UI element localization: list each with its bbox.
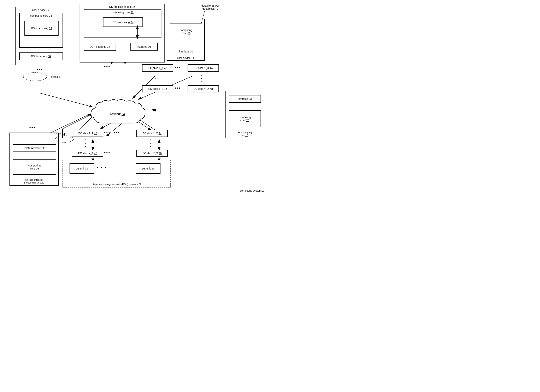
computing-core-26-dsm18: computingcore 26 bbox=[229, 110, 261, 127]
slices-11-oval bbox=[23, 72, 47, 81]
dots-ec-top-v2: ••• bbox=[201, 74, 202, 84]
ec-slice-11-42-bottom-label: EC slice 1_1 42 bbox=[78, 132, 97, 135]
storage-integrity-label: storage integrityprocessing unit 20 bbox=[10, 179, 58, 184]
computing-system-10-label: computing system10 bbox=[240, 189, 264, 192]
ec-slice-yx-48-top-label: EC slice Y_X 48 bbox=[194, 87, 213, 90]
dots-ec-bot-v2: ••• bbox=[150, 138, 151, 149]
ds-processing-label-ud12: DS processing 34 bbox=[31, 27, 52, 30]
computing-core-26-dsp16: computing core 26 DS processing 34 bbox=[84, 10, 161, 38]
dsn-interface-32-ud12: DSN interface 32 bbox=[19, 52, 63, 60]
ec-slice-11-42-top: EC slice 1_1 42 bbox=[142, 65, 173, 72]
interface-30-dsp16: interface 30 bbox=[130, 43, 158, 50]
dots-ec-top-h: ••• bbox=[175, 65, 181, 69]
ec-slice-yx-48-bottom-label: EC slice Y_X 48 bbox=[142, 152, 162, 155]
dsn-interface-32-dsp16: DSN interface 32 bbox=[84, 43, 116, 50]
ds-processing-34-ud12: DS processing 34 bbox=[25, 21, 59, 36]
user-device-14-label: user device 14 bbox=[167, 56, 204, 60]
interface-30-label-dsp16: interface 30 bbox=[137, 45, 151, 48]
ds-processing-unit-16-box: DS processing unit 16 computing core 26 … bbox=[80, 4, 165, 63]
ec-slice-y1-46-bottom: EC slice Y_1 46 bbox=[72, 150, 103, 157]
interface-30-ud14: interface 30 bbox=[170, 48, 202, 55]
ec-slice-1x-44-bottom: EC slice 1_X 44 bbox=[136, 130, 168, 137]
storage-integrity-unit-20-box: DSN interface 32 computingcore 26 storag… bbox=[10, 133, 59, 186]
dots-ud12-below: ••• bbox=[37, 67, 43, 72]
computing-core-label-dsm18: computingcore 26 bbox=[239, 116, 251, 122]
dsn-interface-label-sip20: DSN interface 32 bbox=[25, 147, 45, 150]
svg-point-41 bbox=[55, 136, 74, 142]
interface-30-label-ud14: interface 30 bbox=[179, 50, 193, 53]
svg-line-37 bbox=[201, 11, 205, 25]
svg-text:network 24: network 24 bbox=[110, 113, 125, 116]
slices-11-label: slices 11 bbox=[51, 75, 61, 78]
ec-slice-yx-48-top: EC slice Y_X 48 bbox=[188, 85, 219, 92]
ec-slice-1x-44-bottom-label: EC slice 1_X 44 bbox=[143, 132, 162, 135]
ds-unit-36a: DS unit 36 bbox=[70, 163, 94, 174]
slices-45-oval bbox=[55, 135, 74, 143]
ds-unit-36b-label: DS unit 36 bbox=[142, 167, 154, 170]
dots-ec-bot-v1: ••• bbox=[85, 138, 86, 149]
data-file-line bbox=[190, 11, 208, 26]
network-cloud: network 24 bbox=[87, 99, 148, 129]
computing-core-26-ud12: computing core 26 DS processing 34 bbox=[19, 13, 63, 48]
dots-ec-bot-left-h: ••• bbox=[104, 131, 110, 135]
ec-slice-11-42-top-label: EC slice 1_1 42 bbox=[148, 66, 167, 69]
interface-33-label: interface 33 bbox=[238, 97, 252, 100]
computing-core-label-sip20: computingcore 26 bbox=[28, 164, 41, 170]
dots-ec-top-v1: ••• bbox=[155, 74, 156, 84]
ec-slice-y1-46-top: EC slice Y_1 46 bbox=[142, 85, 173, 92]
computing-core-26-sip20: computingcore 26 bbox=[13, 159, 56, 175]
ec-slice-yx-48-bottom: EC slice Y_X 48 bbox=[136, 150, 168, 157]
computing-core-label-ud14: computingcore 26 bbox=[180, 29, 192, 35]
dots-ec-y-h: ••• bbox=[175, 86, 181, 90]
ec-slice-y1-46-bottom-label: EC slice Y_1 46 bbox=[78, 152, 97, 155]
dsm18-to-network-arrow bbox=[152, 108, 226, 112]
computing-core-label-dsp16: computing core 26 bbox=[84, 11, 161, 14]
dots-ec-bot-right-h: ••• bbox=[104, 151, 110, 155]
ec-slice-1x-44-top: EC slice 1_X 44 bbox=[188, 65, 219, 72]
dsn-memory-22-label: dispersed storage network (DSN) memory 2… bbox=[63, 183, 170, 186]
ec-slice-y1-46-top-label: EC slice Y_1 46 bbox=[148, 87, 167, 90]
interface-33-dsm18: interface 33 bbox=[229, 95, 261, 103]
user-device-12-box: user device 12 computing core 26 DS proc… bbox=[15, 7, 66, 65]
diagram: user device 12 computing core 26 DS proc… bbox=[0, 0, 270, 196]
dsn-interface-label-ud12: DSN interface 32 bbox=[31, 55, 51, 58]
dots-below-network: ••• bbox=[114, 130, 120, 135]
ds-managing-unit-18-box: interface 33 computingcore 26 DS managin… bbox=[225, 91, 263, 138]
ds-managing-unit-18-label: DS managingunit 18 bbox=[226, 131, 263, 137]
dsn-memory-22-box: dispersed storage network (DSN) memory 2… bbox=[63, 160, 170, 188]
ec-slice-11-42-bottom: EC slice 1_1 42 bbox=[72, 130, 103, 137]
ec-slice-1x-44-top-label: EC slice 1_X 44 bbox=[194, 66, 213, 69]
data-file-label: data file 38&/ordata block 40 bbox=[193, 4, 227, 10]
dots-dsn-memory: • • • bbox=[97, 166, 107, 170]
ds-unit-36b: DS unit 36 bbox=[136, 163, 160, 174]
dsn-interface-32-sip20: DSN interface 32 bbox=[13, 144, 56, 152]
dots-dsp16-below: ••• bbox=[104, 65, 110, 69]
ds-unit-36a-label: DS unit 36 bbox=[76, 167, 88, 170]
dots-sip20-above: ••• bbox=[29, 125, 36, 130]
ds-processing-unit-16-label: DS processing unit 16 bbox=[80, 5, 165, 8]
ds-processing-label-dsp16: DS processing 34 bbox=[113, 21, 134, 24]
interface-arrow-up bbox=[135, 25, 139, 40]
svg-point-36 bbox=[23, 73, 47, 81]
user-device-12-label: user device 12 bbox=[15, 9, 66, 12]
svg-line-12 bbox=[39, 93, 93, 107]
computing-core-label-ud12: computing core 26 bbox=[20, 14, 63, 17]
dsn-interface-label-dsp16: DSN interface 32 bbox=[90, 45, 110, 48]
